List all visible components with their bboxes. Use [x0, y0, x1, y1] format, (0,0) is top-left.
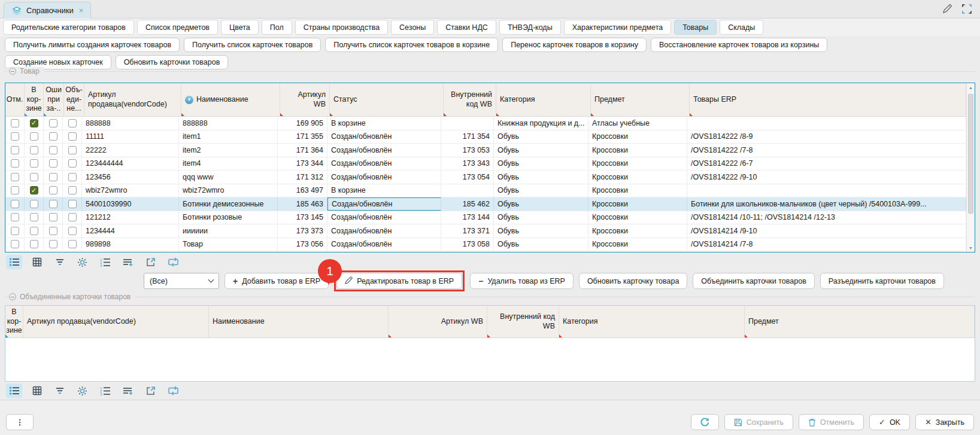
column-header[interactable]: Наименование: [209, 306, 389, 337]
row-checkbox[interactable]: [11, 119, 19, 127]
table-row[interactable]: 1234444ииииии173 373Создан/обновлён173 3…: [5, 224, 966, 238]
filter-icon[interactable]: [51, 255, 68, 269]
row-checkbox[interactable]: [11, 240, 19, 248]
column-header[interactable]: Объ- еди- не...: [64, 83, 84, 116]
row-checkbox[interactable]: [11, 200, 19, 208]
list-view-icon[interactable]: [6, 255, 22, 269]
row-checkbox[interactable]: [49, 119, 57, 127]
erp-action-button[interactable]: Обновить карточку товара: [579, 273, 687, 289]
command-button[interactable]: Получить лимиты создания карточек товаро…: [5, 38, 180, 52]
filter-icon[interactable]: [51, 384, 68, 398]
row-checkbox[interactable]: [49, 173, 57, 181]
command-button[interactable]: Получить список карточек товаров: [184, 38, 321, 52]
row-checkbox[interactable]: [49, 240, 57, 248]
command-button[interactable]: Обновить карточки товаров: [116, 55, 229, 69]
collapse-icon[interactable]: [9, 293, 16, 300]
row-checkbox[interactable]: [30, 227, 38, 235]
erp-action-button[interactable]: −Удалить товар из ERP: [470, 273, 574, 289]
row-checkbox[interactable]: [11, 186, 19, 194]
table-row[interactable]: 121212Ботинки розовые173 145Создан/обнов…: [5, 211, 966, 225]
erp-action-button[interactable]: Разъединить карточки товаров: [820, 273, 944, 289]
row-checkbox[interactable]: [68, 132, 77, 141]
row-checkbox[interactable]: [68, 213, 77, 221]
doc-tab-directories[interactable]: Справочники ×: [4, 2, 91, 19]
erp-action-button[interactable]: Редактировать товар в ERP: [336, 273, 462, 289]
refresh-button[interactable]: [691, 414, 719, 430]
open-external-icon[interactable]: [142, 255, 159, 269]
reload-icon[interactable]: [165, 255, 181, 269]
scrollbar-thumb[interactable]: [968, 94, 973, 214]
module-tab[interactable]: Сезоны: [391, 20, 434, 35]
row-checkbox[interactable]: [68, 186, 77, 194]
column-header[interactable]: Категория: [559, 306, 745, 337]
row-checkbox[interactable]: [30, 159, 38, 168]
command-button[interactable]: Получить список карточек товаров в корзи…: [325, 38, 498, 52]
table-row[interactable]: 123456qqq www171 312Создан/обновлён173 0…: [5, 171, 966, 184]
scroll-up-icon[interactable]: ▲: [967, 83, 975, 92]
command-button[interactable]: Перенос карточек товаров в корзину: [502, 38, 647, 52]
open-external-icon[interactable]: [142, 384, 159, 398]
edit-pencil-icon[interactable]: [942, 4, 952, 14]
column-header[interactable]: Предмет: [591, 83, 690, 116]
sort-indicator-icon[interactable]: ▾: [185, 96, 193, 104]
fullscreen-icon[interactable]: [962, 4, 972, 14]
row-checkbox[interactable]: [49, 200, 57, 208]
row-checkbox[interactable]: [49, 213, 57, 221]
column-header[interactable]: Артикул WB: [280, 83, 330, 116]
module-tab[interactable]: Пол: [262, 20, 292, 35]
table-row[interactable]: 11111item1171 355Создан/обновлён171 354О…: [5, 130, 966, 144]
table-row[interactable]: 123444444item4173 344Создан/обновлён173 …: [5, 157, 966, 171]
row-checkbox[interactable]: [68, 200, 77, 208]
numbered-list-icon[interactable]: 123: [97, 255, 113, 269]
row-checkbox[interactable]: [68, 146, 77, 154]
settings-icon[interactable]: [74, 384, 90, 398]
close-button[interactable]: ✕Закрыть: [915, 414, 974, 430]
ok-button[interactable]: ✓OK: [869, 414, 910, 430]
erp-action-button[interactable]: +Добавить товар в ERP: [224, 273, 329, 289]
table-row[interactable]: ✓888888888888169 905В корзинеКнижная про…: [5, 117, 966, 130]
vertical-scrollbar[interactable]: ▲ ▼: [966, 83, 975, 252]
grid-icon[interactable]: [29, 255, 45, 269]
reload-icon[interactable]: [165, 384, 181, 398]
module-tab[interactable]: Ставки НДС: [437, 20, 496, 35]
column-header[interactable]: Внутренний код WB: [487, 306, 559, 337]
list-view-icon[interactable]: [6, 384, 22, 398]
row-checkbox[interactable]: [68, 240, 77, 248]
row-checkbox[interactable]: [30, 146, 38, 154]
row-checkbox[interactable]: [68, 173, 77, 181]
row-checkbox[interactable]: [11, 159, 19, 168]
module-tab[interactable]: ТНВЭД-коды: [499, 20, 561, 35]
grid-icon[interactable]: [29, 384, 45, 398]
module-tab[interactable]: Родительские категории товаров: [3, 20, 134, 35]
table-row[interactable]: 54001039990Ботинки демисезонные185 463Со…: [5, 197, 966, 211]
row-checkbox[interactable]: ✓: [30, 119, 38, 127]
module-tab[interactable]: Цвета: [221, 20, 259, 35]
row-checkbox[interactable]: [49, 227, 57, 235]
filter-dropdown[interactable]: (Все): [144, 273, 219, 289]
more-actions-button[interactable]: ⋮: [6, 414, 34, 430]
row-checkbox[interactable]: [11, 227, 19, 235]
row-checkbox[interactable]: [49, 186, 57, 194]
column-header[interactable]: Товары ERP: [690, 83, 966, 116]
module-tab[interactable]: Страны производства: [295, 20, 388, 35]
column-header[interactable]: ▾Наименование: [181, 83, 280, 116]
module-tab[interactable]: Характеристики предмета: [564, 20, 672, 35]
column-header[interactable]: Категория: [496, 83, 591, 116]
row-checkbox[interactable]: [30, 200, 38, 208]
row-checkbox[interactable]: ✓: [30, 186, 38, 194]
row-checkbox[interactable]: [68, 119, 77, 127]
command-button[interactable]: Восстановление карточек товаров из корзи…: [651, 38, 827, 52]
table-row[interactable]: 989898Товар173 056Создан/обновлён173 058…: [5, 238, 966, 252]
scroll-down-icon[interactable]: ▼: [967, 244, 975, 252]
column-header[interactable]: В кор- зине: [5, 306, 23, 337]
row-checkbox[interactable]: [30, 173, 38, 181]
column-header[interactable]: Статус: [330, 83, 444, 116]
add-to-list-icon[interactable]: [120, 255, 136, 269]
row-checkbox[interactable]: [30, 213, 38, 221]
module-tab[interactable]: Список предметов: [137, 20, 218, 35]
table-row[interactable]: ✓wbiz72wmrowbiz72wmro163 497В корзинеОбу…: [5, 184, 966, 198]
row-checkbox[interactable]: [11, 173, 19, 181]
row-checkbox[interactable]: [49, 132, 57, 141]
settings-icon[interactable]: [74, 255, 90, 269]
row-checkbox[interactable]: [68, 227, 77, 235]
